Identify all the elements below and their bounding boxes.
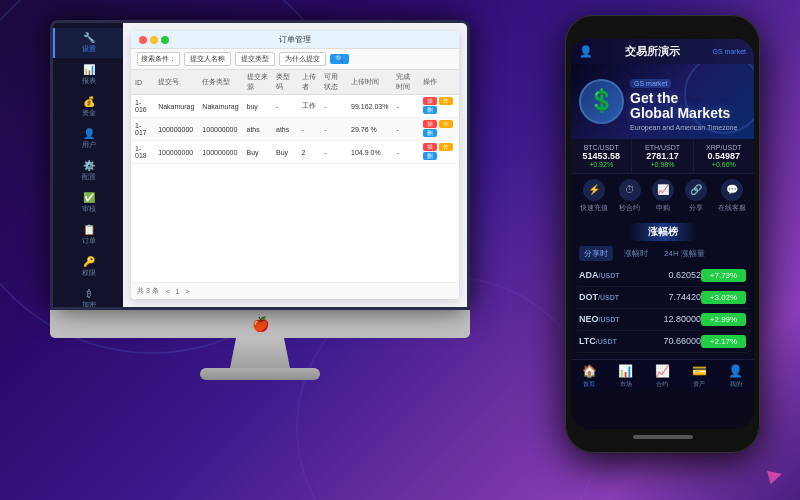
phone-notch — [633, 27, 693, 35]
check-icon: ✅ — [83, 192, 95, 203]
phone-container: 👤 交易所演示 GS market 💲 GS market Get the Gl… — [565, 15, 760, 453]
nav-quick-charge[interactable]: ⚡ 快速充值 — [580, 179, 608, 213]
gear-icon: ⚙️ — [83, 160, 95, 171]
gainers-row-neo: NEO/USDT 12.80000 +2.99% — [577, 309, 748, 331]
tag-red3[interactable]: 操 — [423, 143, 437, 151]
bnav-contract[interactable]: 📈 合约 — [644, 364, 681, 389]
ticker-btc-name: BTC/USDT — [574, 144, 628, 151]
col-type: 任务类型 — [198, 70, 242, 95]
table-row: 1-016 Nakamurag Nakamurag buy - 工作 - 99.… — [131, 95, 459, 118]
gtab-share[interactable]: 分享时 — [579, 246, 613, 261]
pair-neo-price: 12.80000 — [646, 314, 701, 324]
nav-second-contract[interactable]: ⏱ 秒合约 — [619, 179, 641, 213]
tag-blue3[interactable]: 删 — [423, 152, 437, 160]
tag-red2[interactable]: 操 — [423, 120, 437, 128]
ticker-xrp[interactable]: XRP/USDT 0.54987 +0.66% — [694, 139, 754, 173]
imac-stand — [230, 338, 290, 368]
imac-container: 🔧 设置 📊 报表 💰 资金 👤 用户 ⚙️ 配置 — [30, 20, 490, 380]
nav-share[interactable]: 🔗 分享 — [685, 179, 707, 213]
lightning-icon: ⚡ — [583, 179, 605, 201]
tag-blue2[interactable]: 删 — [423, 129, 437, 137]
bnav-assets[interactable]: 💳 资产 — [681, 364, 718, 389]
list-icon: 📋 — [83, 224, 95, 235]
pair-dot-price: 7.74420 — [646, 292, 701, 302]
sidebar-item-4[interactable]: ⚙️ 配置 — [53, 156, 123, 186]
bnav-market[interactable]: 📊 市场 — [608, 364, 645, 389]
bnav-profile[interactable]: 👤 我的 — [717, 364, 754, 389]
app-window: 🔧 设置 📊 报表 💰 资金 👤 用户 ⚙️ 配置 — [53, 23, 467, 307]
ticker-xrp-name: XRP/USDT — [697, 144, 751, 151]
nav-apply[interactable]: 📈 申购 — [652, 179, 674, 213]
imac-base — [200, 368, 320, 380]
ticker-xrp-change: +0.66% — [697, 161, 751, 168]
gtab-24h[interactable]: 24H 涨幅量 — [659, 246, 710, 261]
sidebar-item-6[interactable]: 📋 订单 — [53, 220, 123, 250]
gainers-row-ada: ADA/USDT 0.62052 +7.73% — [577, 265, 748, 287]
gainers-row-ltc: LTC/USDT 70.66000 +2.17% — [577, 331, 748, 353]
pair-neo: NEO/USDT — [579, 314, 646, 324]
ticker-btc[interactable]: BTC/USDT 51453.58 +0.92% — [571, 139, 632, 173]
banner-logo: 💲 — [579, 79, 624, 124]
col-status: 可用状态 — [320, 70, 347, 95]
toolbar-search-button[interactable]: 🔍 — [330, 54, 349, 64]
phone-frame: 👤 交易所演示 GS market 💲 GS market Get the Gl… — [565, 15, 760, 453]
sidebar-item-8[interactable]: ₿ 加密 — [53, 284, 123, 310]
imac-chin: 🍎 — [50, 310, 470, 338]
bnav-home[interactable]: 🏠 首页 — [571, 364, 608, 389]
tag-blue[interactable]: 删 — [423, 106, 437, 114]
window-title: 订单管理 — [279, 34, 311, 45]
toolbar-btn-submitter[interactable]: 提交人名称 — [184, 52, 231, 66]
phone-title: 交易所演示 — [593, 44, 713, 59]
price-tickers: BTC/USDT 51453.58 +0.92% ETH/USDT 2781.1… — [571, 139, 754, 174]
pair-ada: ADA/USDT — [579, 270, 646, 280]
minimize-btn[interactable] — [150, 36, 158, 44]
close-btn[interactable] — [139, 36, 147, 44]
sidebar-item-2[interactable]: 💰 资金 — [53, 92, 123, 122]
deco-arrow: ▶ — [765, 462, 784, 487]
sidebar-item-3[interactable]: 👤 用户 — [53, 124, 123, 154]
gtab-rise[interactable]: 涨幅时 — [619, 246, 653, 261]
contract-icon: 📈 — [655, 364, 670, 378]
avatar-icon: 👤 — [579, 45, 593, 58]
toolbar-btn-type[interactable]: 提交类型 — [235, 52, 275, 66]
dollar-icon: 💲 — [588, 88, 615, 114]
col-uploader: 上传者 — [298, 70, 321, 95]
window-controls — [139, 36, 169, 44]
imac-screen: 🔧 设置 📊 报表 💰 资金 👤 用户 ⚙️ 配置 — [50, 20, 470, 310]
table-row: 1-018 100000000 100000000 Buy Buy 2 - 10… — [131, 141, 459, 164]
card-icon: 💳 — [692, 364, 707, 378]
pair-ltc: LTC/USDT — [579, 336, 646, 346]
col-action: 操作 — [419, 70, 459, 95]
phone-bottom-nav: 🏠 首页 📊 市场 📈 合约 💳 资产 👤 我的 — [571, 359, 754, 391]
chat-icon: 💬 — [721, 179, 743, 201]
col-complete: 完成时间 — [392, 70, 419, 95]
link-icon: 🔗 — [685, 179, 707, 201]
tag-yellow[interactable]: 作 — [439, 97, 453, 105]
ticker-eth[interactable]: ETH/USDT 2781.17 +0.98% — [632, 139, 693, 173]
profile-icon: 👤 — [728, 364, 743, 378]
pair-dot-change: +3.02% — [701, 291, 746, 304]
inner-toolbar: 搜索条件： 提交人名称 提交类型 为什么提交 🔍 — [131, 49, 459, 70]
tag-yellow3[interactable]: 作 — [439, 143, 453, 151]
phone-header: 👤 交易所演示 GS market — [571, 39, 754, 64]
maximize-btn[interactable] — [161, 36, 169, 44]
ticker-btc-change: +0.92% — [574, 161, 628, 168]
sidebar-item-5[interactable]: ✅ 审核 — [53, 188, 123, 218]
sidebar-item-7[interactable]: 🔑 权限 — [53, 252, 123, 282]
nav-service[interactable]: 💬 在线客服 — [718, 179, 746, 213]
pair-neo-change: +2.99% — [701, 313, 746, 326]
col-time: 上传时间 — [347, 70, 392, 95]
page-info: 共 3 条 — [137, 286, 159, 296]
timer-icon: ⏱ — [619, 179, 641, 201]
tag-yellow2[interactable]: 作 — [439, 120, 453, 128]
inner-window-titlebar: 订单管理 — [131, 31, 459, 49]
toolbar-btn-search-label[interactable]: 搜索条件： — [137, 52, 180, 66]
toolbar-btn-reason[interactable]: 为什么提交 — [279, 52, 326, 66]
pair-ada-price: 0.62052 — [646, 270, 701, 280]
ticker-eth-name: ETH/USDT — [635, 144, 689, 151]
bitcoin-icon: ₿ — [87, 288, 92, 299]
sidebar-item-1[interactable]: 📊 报表 — [53, 60, 123, 90]
phone-banner: 💲 GS market Get the Global Markets Europ… — [571, 64, 754, 139]
tag-red[interactable]: 操 — [423, 97, 437, 105]
sidebar-item-0[interactable]: 🔧 设置 — [53, 28, 123, 58]
